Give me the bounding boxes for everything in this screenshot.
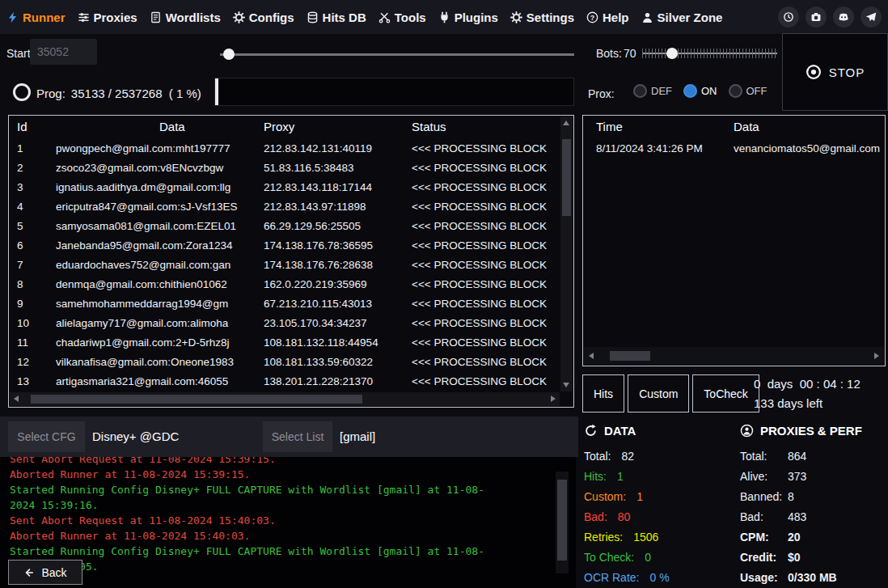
cell-id: 1 xyxy=(17,142,51,154)
results-row[interactable]: 7eduardochaves752@gmail.com:gan174.138.1… xyxy=(9,256,560,275)
nav-item-settings[interactable]: Settings xyxy=(510,11,574,24)
selected-list-name: [gmail] xyxy=(340,429,375,443)
start-value: 35052 xyxy=(37,45,69,58)
results-row[interactable]: 8denmqa@gmail.com:chithien01062162.0.220… xyxy=(9,275,560,294)
scroll-left-arrow-icon[interactable] xyxy=(589,353,594,359)
hits-row[interactable]: 8/11/2024 3:41:26 PMvenanciomatos50@gmai… xyxy=(583,139,883,159)
cell-id: 7 xyxy=(17,259,51,271)
back-button[interactable]: Back xyxy=(8,560,82,585)
select-cfg-button[interactable]: Select CFG xyxy=(8,421,85,452)
results-vertical-scrollbar[interactable] xyxy=(560,116,573,391)
hits-horizontal-scrollbar[interactable] xyxy=(584,347,884,365)
horizontal-scrollbar-thumb[interactable] xyxy=(610,351,650,361)
column-header-time[interactable]: Time xyxy=(596,120,623,133)
nav-item-silver-zone[interactable]: Silver Zone xyxy=(641,11,723,24)
navbar-icon-buttons xyxy=(778,6,882,27)
gear-icon xyxy=(510,11,522,23)
telegram-button[interactable] xyxy=(861,6,882,27)
bots-slider[interactable] xyxy=(642,42,777,65)
nav-item-wordlists[interactable]: Wordlists xyxy=(150,11,221,24)
results-row[interactable]: 9samehmohammeddarrag1994@gm67.213.210.11… xyxy=(9,294,560,314)
log-line: Aborted Runner at 11-08-2024 15:39:15. xyxy=(10,467,503,482)
log-panel: Sent Abort Request at 11-08-2024 15:39:1… xyxy=(0,457,576,588)
results-row[interactable]: 6Janebanda95@gmail.com:Zora1234174.138.1… xyxy=(9,236,560,256)
cell-status: <<< PROCESSING BLOCK xyxy=(412,142,560,154)
select-list-button[interactable]: Select List xyxy=(263,421,332,452)
cell-status: <<< PROCESSING BLOCK xyxy=(412,181,560,193)
column-header-status[interactable]: Status xyxy=(412,120,446,133)
discord-button[interactable] xyxy=(833,6,854,27)
cell-id: 3 xyxy=(17,181,51,193)
results-row[interactable]: 11chadariwp1@gmail.com:2+D-5rhz8j108.181… xyxy=(9,333,560,353)
proxies-panel-header: PROXIES & PERF xyxy=(740,421,887,440)
stat-label: Bad: xyxy=(584,510,607,523)
discord-icon xyxy=(838,11,849,23)
stat-label: Credit: xyxy=(740,551,788,564)
radio-label: OFF xyxy=(746,85,767,97)
stop-button[interactable]: STOP xyxy=(782,33,888,111)
results-row[interactable]: 12vilkanafisa@gmail.com:Oneone1983108.18… xyxy=(9,353,560,372)
bots-slider-handle[interactable] xyxy=(666,48,678,59)
scroll-right-arrow-icon[interactable] xyxy=(551,396,556,402)
start-slider[interactable] xyxy=(220,44,574,65)
results-row[interactable]: 10alielagamy717@gmail.com:alimoha23.105.… xyxy=(9,314,560,333)
tab-custom[interactable]: Custom xyxy=(628,374,689,412)
horizontal-scrollbar-thumb[interactable] xyxy=(31,395,362,404)
radio-label: ON xyxy=(701,85,717,97)
prox-radio-off[interactable]: OFF xyxy=(729,84,767,98)
cell-status: <<< PROCESSING BLOCK xyxy=(412,317,560,329)
start-input[interactable]: 35052 xyxy=(30,39,97,65)
column-header-id[interactable]: Id xyxy=(17,120,27,133)
nav-item-configs[interactable]: Configs xyxy=(233,11,294,24)
progress-ring-icon xyxy=(13,83,31,101)
history-button[interactable] xyxy=(778,6,799,27)
log-vertical-scrollbar[interactable] xyxy=(556,472,569,573)
screenshot-button[interactable] xyxy=(806,6,827,27)
results-row[interactable]: 4ericputra847@gmail.com:sJ-Vsf13ES212.83… xyxy=(9,197,560,217)
nav-item-help[interactable]: ?Help xyxy=(586,11,629,24)
scroll-up-arrow-icon[interactable] xyxy=(563,121,569,125)
tab-hits[interactable]: Hits xyxy=(582,374,624,412)
log-line: Sent Abort Request at 11-08-2024 15:39:1… xyxy=(10,457,503,467)
prox-radio-def[interactable]: DEF xyxy=(633,84,672,98)
column-header-proxy[interactable]: Proxy xyxy=(264,120,294,133)
cell-proxy: 162.0.220.219:35969 xyxy=(264,278,408,290)
cell-proxy: 212.83.143.118:17144 xyxy=(264,181,408,193)
nav-item-plugins[interactable]: Plugins xyxy=(438,11,498,24)
log-line: Started Running Config Disney+ FULL CAPT… xyxy=(10,544,503,574)
cell-status: <<< PROCESSING BLOCK xyxy=(412,201,560,213)
stat-value: 483 xyxy=(788,510,806,523)
vertical-scrollbar-thumb[interactable] xyxy=(557,480,567,561)
nav-item-runner[interactable]: Runner xyxy=(6,11,66,24)
nav-item-label: Settings xyxy=(526,11,574,24)
nav-item-label: Tools xyxy=(395,11,426,24)
results-row[interactable]: 5samyosama081@gmail.com:EZEL0166.29.129.… xyxy=(9,217,560,236)
radio-circle-icon xyxy=(729,84,742,98)
scroll-left-arrow-icon[interactable] xyxy=(14,396,19,402)
cell-status: <<< PROCESSING BLOCK xyxy=(412,356,560,368)
document-icon xyxy=(150,11,162,23)
log-line: Started Running Config Disney+ FULL CAPT… xyxy=(10,482,503,513)
nav-item-proxies[interactable]: Proxies xyxy=(78,11,137,24)
nav-item-label: Hits DB xyxy=(323,11,366,24)
results-row[interactable]: 2zsoco23@gmail.com:v8ENcvzbgw51.83.116.5… xyxy=(9,159,560,178)
results-horizontal-scrollbar[interactable] xyxy=(10,392,560,406)
vertical-scrollbar-thumb[interactable] xyxy=(562,139,571,216)
column-header-hits-data[interactable]: Data xyxy=(734,120,759,133)
nav-item-hits-db[interactable]: Hits DB xyxy=(307,11,366,24)
start-slider-handle[interactable] xyxy=(223,49,235,60)
scroll-down-arrow-icon[interactable] xyxy=(563,383,569,387)
scroll-right-arrow-icon[interactable] xyxy=(874,353,879,359)
stat-label: CPM: xyxy=(740,531,788,544)
results-row[interactable]: 1pwongpech@gmail.com:mht197777212.83.142… xyxy=(9,139,560,159)
stat-row: OCR Rate:0 % xyxy=(584,567,734,587)
results-row[interactable]: 3ignatius.aadithya.dm@gmail.com:llg212.8… xyxy=(9,178,560,197)
cell-proxy: 108.181.133.59:60322 xyxy=(264,356,408,368)
cell-proxy: 108.181.132.118:44954 xyxy=(264,336,408,349)
stat-label: Bad: xyxy=(740,510,788,523)
cell-data: eduardochaves752@gmail.com:gan xyxy=(56,259,260,271)
nav-item-tools[interactable]: Tools xyxy=(378,11,426,24)
prox-radio-on[interactable]: ON xyxy=(683,84,717,98)
results-row[interactable]: 13artigasmaria321@gmail.com:46055138.201… xyxy=(9,372,560,391)
tab-tocheck[interactable]: ToCheck xyxy=(692,374,759,412)
